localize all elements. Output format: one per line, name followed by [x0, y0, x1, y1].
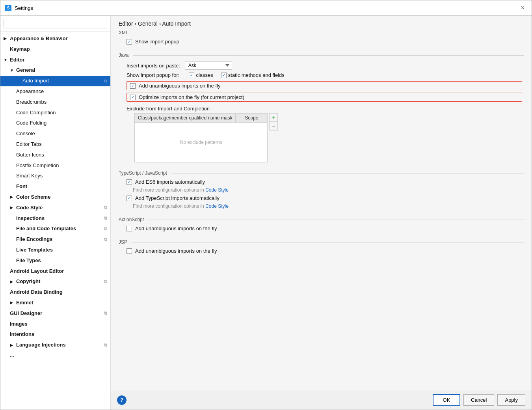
sidebar-item-editor-tabs[interactable]: Editor Tabs — [0, 139, 110, 150]
chevron-icon: ▶ — [10, 205, 15, 211]
static-methods-checkbox[interactable] — [221, 73, 227, 78]
sidebar-item-gui-designer[interactable]: GUI Designer ⧉ — [0, 308, 110, 319]
panel-content: XML Show import popup Java — [111, 30, 532, 390]
optimize-imports-checkbox[interactable] — [130, 95, 136, 100]
copy-icon: ⧉ — [104, 236, 107, 243]
table-col-scope: Scope — [236, 114, 267, 122]
sidebar-item-general[interactable]: ▼ General — [0, 65, 110, 76]
sidebar-item-appearance-behavior[interactable]: ▶ Appearance & Behavior — [0, 34, 110, 44]
jsp-section: JSP Add unambiguous imports on the fly — [119, 239, 524, 254]
classes-group: classes — [189, 72, 213, 78]
xml-show-import-label: Show import popup — [135, 39, 179, 45]
es6-imports-checkbox[interactable] — [126, 179, 132, 185]
find-more-ts-text: Find more configuration options in — [133, 203, 204, 209]
sidebar-item-android-data-binding[interactable]: Android Data Binding — [0, 287, 110, 298]
ts-imports-row: Add TypeScript imports automatically — [119, 195, 524, 201]
typescript-section-label: TypeScript / JavaScript — [119, 170, 167, 176]
find-more-ts-row: Find more configuration options in Code … — [119, 203, 524, 209]
ts-imports-checkbox[interactable] — [126, 196, 132, 201]
sidebar-item-label: Color Scheme — [16, 193, 50, 201]
actionscript-divider — [149, 220, 524, 220]
cancel-button[interactable]: Cancel — [463, 394, 494, 406]
sidebar-item-editor[interactable]: ▼ Editor — [0, 55, 110, 65]
sidebar-item-file-code-templates[interactable]: File and Code Templates ⧉ — [0, 224, 110, 234]
remove-row-button[interactable]: − — [269, 122, 278, 130]
sidebar-item-label: Keymap — [10, 45, 30, 54]
sidebar-item-images[interactable]: Images — [0, 319, 110, 330]
title-bar-left: S Settings — [5, 5, 33, 11]
sidebar-item-live-templates[interactable]: Live Templates — [0, 245, 110, 255]
sidebar-item-postfix-completion[interactable]: Postfix Completion — [0, 160, 110, 171]
xml-section-label: XML — [119, 30, 128, 35]
sidebar-item-file-types[interactable]: File Types — [0, 255, 110, 266]
copy-icon: ⧉ — [104, 78, 107, 85]
sidebar-item-auto-import[interactable]: Auto Import ⧉ — [0, 76, 110, 86]
chevron-icon: ▼ — [4, 57, 8, 63]
sidebar-item-font[interactable]: Font — [0, 181, 110, 192]
show-import-popup-label: Show import popup for: — [126, 72, 179, 78]
sidebar-item-emmet[interactable]: ▶ Emmet — [0, 298, 110, 308]
sidebar-item-copyright[interactable]: ▶ Copyright ⧉ — [0, 276, 110, 287]
sidebar-item-code-completion[interactable]: Code Completion — [0, 108, 110, 118]
classes-checkbox[interactable] — [189, 73, 194, 78]
sidebar-item-android-layout-editor[interactable]: Android Layout Editor — [0, 266, 110, 277]
chevron-icon: ▶ — [10, 194, 15, 200]
sidebar-item-language-injections[interactable]: ▶ Language Injections ⧉ — [0, 340, 110, 350]
sidebar-item-color-scheme[interactable]: ▶ Color Scheme — [0, 192, 110, 203]
sidebar-item-intentions[interactable]: Intentions — [0, 329, 110, 340]
table-header: Class/package/member qualified name mask… — [135, 114, 267, 123]
main-content: ▶ Appearance & Behavior Keymap ▼ Editor … — [0, 16, 532, 410]
add-unambiguous-checkbox[interactable] — [130, 83, 136, 89]
window-title: Settings — [15, 5, 33, 11]
java-section-label: Java — [119, 52, 128, 58]
sidebar-item-label: File and Code Templates — [16, 225, 76, 233]
sidebar-item-code-folding[interactable]: Code Folding — [0, 118, 110, 129]
sidebar-item-label: General — [16, 66, 35, 75]
sidebar-item-label: Copyright — [16, 278, 40, 286]
bottom-left: ? — [117, 395, 126, 405]
sidebar-item-keymap[interactable]: Keymap — [0, 44, 110, 55]
insert-imports-dropdown[interactable]: Ask Always Never — [185, 61, 232, 70]
add-row-button[interactable]: + — [269, 113, 278, 122]
sidebar-item-smart-keys[interactable]: Smart Keys — [0, 171, 110, 181]
copy-icon: ⧉ — [104, 204, 107, 211]
exclude-label: Exclude from Import and Completion — [126, 106, 210, 112]
sidebar-item-label: Inspections — [16, 214, 45, 223]
sidebar-item-console[interactable]: Console — [0, 129, 110, 139]
sidebar-item-label: Font — [16, 183, 27, 191]
xml-divider — [133, 33, 524, 33]
table-col-name: Class/package/member qualified name mask — [135, 114, 236, 122]
sidebar-item-appearance[interactable]: Appearance — [0, 86, 110, 97]
sidebar-item-breadcrumbs[interactable]: Breadcrumbs — [0, 97, 110, 108]
add-unambiguous-label: Add unambiguous imports on the fly — [139, 83, 220, 89]
sidebar-item-gutter-icons[interactable]: Gutter Icons — [0, 150, 110, 160]
apply-button[interactable]: Apply — [497, 394, 525, 406]
sidebar-item-label: Images — [10, 320, 28, 328]
tree: ▶ Appearance & Behavior Keymap ▼ Editor … — [0, 32, 110, 410]
table-empty-text: No exclude patterns — [180, 140, 222, 145]
sidebar-item-label: Language Injections — [16, 341, 66, 349]
ok-button[interactable]: OK — [433, 394, 460, 406]
xml-show-import-checkbox[interactable] — [126, 39, 132, 45]
sidebar-item-file-encodings[interactable]: File Encodings ⧉ — [0, 234, 110, 245]
sidebar-item-inspections[interactable]: Inspections ⧉ — [0, 213, 110, 224]
sidebar-item-code-style[interactable]: ▶ Code Style ⧉ — [0, 203, 110, 213]
optimize-imports-label: Optimize imports on the fly (for current… — [139, 94, 244, 100]
close-button[interactable]: × — [519, 4, 527, 12]
table-body: No exclude patterns — [135, 123, 267, 162]
add-unambiguous-wrapper: Add unambiguous imports on the fly — [119, 81, 524, 90]
actionscript-section: ActionScript Add unambiguous imports on … — [119, 217, 524, 231]
show-import-popup-row: Show import popup for: classes static me… — [119, 72, 524, 78]
sidebar-item-more[interactable]: ... — [0, 350, 110, 361]
search-input[interactable] — [4, 19, 107, 28]
help-button[interactable]: ? — [117, 395, 126, 405]
jsp-unambiguous-checkbox[interactable] — [126, 248, 132, 254]
xml-show-import-row: Show import popup — [119, 39, 524, 45]
code-style-link-ts[interactable]: Code Style — [205, 203, 229, 209]
code-style-link-es6[interactable]: Code Style — [205, 187, 229, 193]
sidebar-item-label: Appearance — [16, 88, 44, 96]
insert-imports-row: Insert imports on paste: Ask Always Neve… — [119, 61, 524, 70]
actionscript-unambiguous-checkbox[interactable] — [126, 226, 132, 231]
sidebar-item-label: ... — [10, 352, 14, 360]
java-divider — [133, 55, 524, 56]
